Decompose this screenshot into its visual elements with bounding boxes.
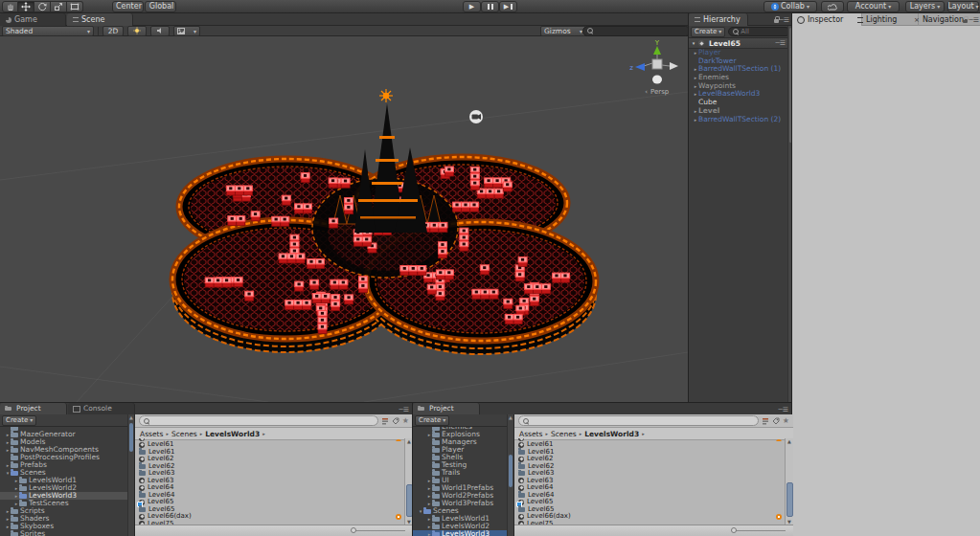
scene-effects-dropdown[interactable]: ▾: [173, 26, 200, 36]
filter-by-type-icon[interactable]: [381, 417, 389, 425]
asset-list-item[interactable]: Level64: [514, 484, 786, 492]
rect-tool-icon[interactable]: [67, 1, 83, 12]
folder-tree-item[interactable]: ▸MazeGenerator: [0, 431, 127, 438]
folder-tree-item[interactable]: ▸Scripts: [0, 507, 127, 515]
persp-toggle[interactable]: ‹ Persp: [645, 88, 670, 96]
asset-list-item[interactable]: Level62: [135, 463, 405, 471]
asset-list-item[interactable]: Level62: [514, 456, 786, 463]
filter-by-type-icon[interactable]: [762, 417, 769, 425]
pause-button[interactable]: [481, 1, 499, 12]
breadcrumb-current[interactable]: LevelsWorld3: [205, 430, 260, 438]
folder-tree-item[interactable]: ▸TestScenes: [0, 500, 127, 507]
main-toolbar: Center Global ▶ ▶ Collab▾ Account▾ Layer…: [0, 0, 980, 13]
folder-tree-item[interactable]: ▸World3Prefabs: [413, 500, 507, 507]
hierarchy-item[interactable]: ▸BarredWallTSection (2): [689, 116, 787, 124]
favorites-star-icon[interactable]: ★: [402, 417, 409, 425]
panel-menu-icon[interactable]: ─☰: [969, 16, 980, 24]
shading-mode-dropdown[interactable]: Shaded▾: [2, 26, 94, 36]
asset-list-item[interactable]: Level65: [135, 499, 405, 506]
scene-search-input[interactable]: [582, 26, 691, 36]
asset-list-item[interactable]: Level61: [514, 449, 786, 457]
cloud-button[interactable]: [821, 1, 844, 12]
scene-audio-toggle[interactable]: [150, 26, 170, 36]
favorites-star-icon[interactable]: ★: [783, 417, 789, 425]
asset-list-item[interactable]: Level65: [514, 499, 786, 506]
asset-list-item[interactable]: Level64: [514, 492, 786, 500]
project-right-file-scrollbar[interactable]: ▲ ▼: [785, 438, 793, 525]
breadcrumb-assets[interactable]: Assets: [519, 430, 542, 438]
thumbnail-size-slider[interactable]: [733, 530, 786, 531]
asset-list-item[interactable]: Level64: [135, 492, 405, 500]
tab-project-2[interactable]: Project: [413, 403, 480, 414]
panel-menu-icon[interactable]: ─☰: [399, 406, 410, 413]
2d-toggle[interactable]: 2D: [103, 26, 124, 36]
tab-hierarchy[interactable]: Hierarchy: [689, 13, 748, 26]
folder-tree-item[interactable]: ▸Prefabs: [0, 461, 127, 469]
project-create-button[interactable]: Create▾: [2, 415, 36, 426]
project-left-search-input[interactable]: [139, 415, 378, 426]
folder-icon: [11, 532, 18, 536]
scene-menu-icon[interactable]: ─☰: [776, 39, 786, 47]
breadcrumb-current[interactable]: LevelsWorld3: [584, 430, 639, 438]
folder-tree-item[interactable]: ▸Shaders: [0, 515, 127, 523]
collab-label: Collab: [781, 2, 805, 11]
asset-list-item[interactable]: Level66(dax): [135, 513, 405, 521]
lock-icon[interactable]: [774, 19, 779, 23]
lock-icon[interactable]: [963, 19, 968, 23]
collab-button[interactable]: Collab▾: [763, 1, 817, 12]
panel-menu-icon[interactable]: ─☰: [779, 406, 789, 413]
breadcrumb-scenes[interactable]: Scenes: [171, 430, 197, 438]
axis-orientation-gizmo[interactable]: Y z: [629, 39, 678, 84]
folder-icon: [423, 509, 431, 514]
gizmos-dropdown[interactable]: Gizmos▾: [540, 26, 586, 36]
rotate-tool-icon[interactable]: [34, 1, 51, 12]
asset-list-item[interactable]: Level63: [514, 478, 786, 485]
play-button[interactable]: ▶: [463, 1, 481, 12]
asset-list-item[interactable]: Level62: [514, 463, 786, 471]
step-button[interactable]: ▶: [499, 1, 517, 12]
project-left-tree-scrollbar[interactable]: ▲: [127, 414, 134, 536]
asset-list-item[interactable]: Level62: [135, 456, 405, 463]
scale-tool-icon[interactable]: [51, 1, 67, 12]
breadcrumb-scenes[interactable]: Scenes: [551, 430, 577, 438]
account-dropdown[interactable]: Account▾: [847, 1, 900, 12]
tab-scene[interactable]: Scene: [67, 13, 133, 26]
folder-tree-item[interactable]: ▸LevelsWorld3: [413, 530, 507, 536]
folder-tree-item[interactable]: PostProcessingProfiles: [0, 454, 127, 461]
scene-viewport[interactable]: Y z ‹ Persp: [0, 36, 688, 402]
asset-list-item[interactable]: Level63: [135, 478, 405, 485]
scene-foldout-icon[interactable]: ▾: [691, 40, 696, 46]
panel-menu-icon[interactable]: ─☰: [780, 16, 790, 24]
asset-list-item[interactable]: Level61: [135, 441, 405, 449]
folder-tree-item[interactable]: ▸Skyboxes: [0, 523, 127, 530]
tab-game[interactable]: Game: [0, 13, 66, 26]
tab-project[interactable]: Project: [0, 403, 67, 414]
scene-lighting-toggle[interactable]: [127, 26, 147, 36]
filter-by-label-icon[interactable]: [772, 417, 780, 425]
layout-dropdown[interactable]: Layout▾: [947, 1, 979, 12]
asset-list-item[interactable]: Level66(dax): [514, 513, 786, 521]
asset-list-item[interactable]: Level64: [135, 484, 405, 492]
project-right-search-input[interactable]: [518, 415, 759, 426]
thumbnail-size-slider[interactable]: [353, 530, 405, 531]
asset-list-item[interactable]: Level63: [514, 470, 786, 478]
project-create-button[interactable]: Create▾: [415, 415, 449, 426]
hierarchy-create-button[interactable]: Create▾: [691, 27, 725, 37]
asset-list-item[interactable]: Level61: [135, 449, 405, 457]
move-tool-icon[interactable]: [18, 1, 34, 12]
pivot-center-button[interactable]: Center: [112, 1, 144, 12]
hand-tool-icon[interactable]: [2, 1, 18, 12]
asset-list-item[interactable]: Level61: [514, 441, 786, 449]
pivot-global-button[interactable]: Global: [145, 1, 176, 12]
folder-tree-item[interactable]: Testing: [413, 461, 507, 469]
tab-console[interactable]: Console: [68, 403, 135, 414]
filter-by-label-icon[interactable]: [392, 417, 399, 425]
project-right-tree-scrollbar[interactable]: ▲: [507, 414, 513, 536]
hierarchy-search-input[interactable]: All: [728, 27, 790, 36]
folder-tree-item[interactable]: Sprites: [0, 530, 127, 536]
layers-dropdown[interactable]: Layers▾: [905, 1, 945, 12]
breadcrumb-assets[interactable]: Assets: [140, 430, 163, 438]
folder-asset-icon: [518, 471, 525, 476]
asset-list-item[interactable]: Level63: [135, 470, 405, 478]
folder-tree-item[interactable]: Trails: [413, 469, 507, 477]
